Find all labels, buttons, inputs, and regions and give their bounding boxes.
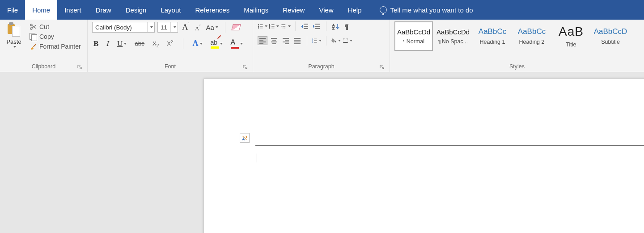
group-label-font: Font xyxy=(165,63,176,70)
strikethrough-icon: abc xyxy=(135,40,144,47)
font-size-input[interactable] xyxy=(158,22,170,32)
paste-icon xyxy=(8,22,20,37)
superscript-icon: X2 xyxy=(167,40,173,47)
clear-formatting-button[interactable] xyxy=(231,23,242,31)
subscript-icon: X2 xyxy=(153,40,159,47)
style-sample: AaB xyxy=(559,25,584,39)
style-tile-subtitle[interactable]: AaBbCcDSubtitle xyxy=(591,21,630,51)
horizontal-rule xyxy=(255,145,644,146)
paste-button[interactable]: Paste xyxy=(4,21,23,48)
group-font: Aˆ Aˇ Aa B I U abc X2 X2 A ab A Font xyxy=(88,20,253,72)
menu-bar: File Home Insert Draw Design Layout Refe… xyxy=(0,0,644,20)
justify-button[interactable] xyxy=(292,36,302,45)
format-painter-label: Format Painter xyxy=(39,43,81,50)
subscript-button[interactable]: X2 xyxy=(151,39,160,48)
ribbon: Paste Cut Copy Format Painter Clipboa xyxy=(0,20,644,72)
style-name: ¶No Spac... xyxy=(438,38,468,45)
align-center-button[interactable] xyxy=(269,36,279,45)
scissors-icon xyxy=(30,23,37,30)
align-left-button[interactable] xyxy=(258,36,267,45)
grow-font-icon: Aˆ xyxy=(182,22,190,32)
font-size-combo[interactable] xyxy=(157,22,178,33)
tab-references[interactable]: References xyxy=(188,0,237,20)
style-name: Title xyxy=(566,42,576,48)
bold-button[interactable]: B xyxy=(92,38,100,49)
line-spacing-button[interactable] xyxy=(312,36,322,45)
font-color-button[interactable]: A xyxy=(229,37,244,50)
style-tile-title[interactable]: AaBTitle xyxy=(552,21,590,51)
grow-font-button[interactable]: Aˆ xyxy=(181,21,191,33)
group-label-paragraph: Paragraph xyxy=(308,63,334,70)
style-name: Heading 1 xyxy=(480,39,505,45)
font-color-icon: A xyxy=(231,38,239,49)
style-tile-heading-2[interactable]: AaBbCcHeading 2 xyxy=(513,21,551,51)
tab-design[interactable]: Design xyxy=(119,0,154,20)
shading-button[interactable] xyxy=(331,36,341,45)
chevron-down-icon xyxy=(13,46,16,48)
tab-insert[interactable]: Insert xyxy=(57,0,89,20)
highlight-button[interactable]: ab xyxy=(209,38,224,50)
italic-button[interactable]: I xyxy=(105,38,110,49)
tab-view[interactable]: View xyxy=(312,0,340,20)
style-sample: AaBbCc xyxy=(479,27,506,36)
multilevel-list-button[interactable] xyxy=(281,22,291,31)
align-right-button[interactable] xyxy=(281,36,291,45)
decrease-indent-button[interactable] xyxy=(300,22,310,31)
font-size-dropdown[interactable] xyxy=(170,22,178,32)
svg-point-1 xyxy=(30,28,32,29)
strikethrough-button[interactable]: abc xyxy=(133,39,146,48)
group-clipboard: Paste Cut Copy Format Painter Clipboa xyxy=(0,20,88,72)
group-styles: AaBbCcDd¶NormalAaBbCcDd¶No Spac...AaBbCc… xyxy=(390,20,644,72)
font-name-combo[interactable] xyxy=(92,22,155,33)
increase-indent-button[interactable] xyxy=(312,22,322,31)
bullets-button[interactable] xyxy=(258,22,267,31)
text-effects-button[interactable]: A xyxy=(191,38,204,49)
style-sample: AaBbCcD xyxy=(594,27,627,36)
copy-button[interactable]: Copy xyxy=(28,32,83,41)
svg-point-3 xyxy=(258,26,259,27)
svg-rect-11 xyxy=(343,39,347,43)
copy-label: Copy xyxy=(39,33,54,40)
superscript-button[interactable]: X2 xyxy=(165,39,174,48)
change-case-button[interactable]: Aa xyxy=(204,23,219,32)
style-tile-normal[interactable]: AaBbCcDd¶Normal xyxy=(394,21,433,51)
cut-label: Cut xyxy=(39,23,49,30)
style-sample: AaBbCcDd xyxy=(436,28,470,36)
svg-text:3: 3 xyxy=(269,27,270,29)
tab-home[interactable]: Home xyxy=(25,0,57,20)
paragraph-launcher[interactable] xyxy=(379,64,385,70)
autocorrect-tag-icon[interactable] xyxy=(240,133,250,143)
tab-help[interactable]: Help xyxy=(341,0,369,20)
svg-point-0 xyxy=(30,24,32,26)
style-tile-no-spac-[interactable]: AaBbCcDd¶No Spac... xyxy=(434,21,472,51)
clipboard-launcher[interactable] xyxy=(76,64,83,70)
svg-text:¶: ¶ xyxy=(345,23,348,30)
tab-layout[interactable]: Layout xyxy=(153,0,188,20)
tab-mailings[interactable]: Mailings xyxy=(237,0,275,20)
tab-draw[interactable]: Draw xyxy=(89,0,119,20)
tab-review[interactable]: Review xyxy=(275,0,312,20)
numbering-button[interactable]: 123 xyxy=(269,22,279,31)
tab-file[interactable]: File xyxy=(0,0,25,20)
cut-button[interactable]: Cut xyxy=(28,22,83,31)
style-name: Heading 2 xyxy=(519,39,545,45)
paintbrush-icon xyxy=(30,43,37,50)
style-tile-heading-1[interactable]: AaBbCcHeading 1 xyxy=(473,21,512,51)
document-page[interactable] xyxy=(203,79,644,233)
font-launcher[interactable] xyxy=(242,64,248,70)
show-marks-button[interactable]: ¶ xyxy=(343,22,352,31)
bold-icon: B xyxy=(93,39,98,48)
tell-me-search[interactable]: Tell me what you want to do xyxy=(369,0,473,20)
borders-button[interactable] xyxy=(343,36,352,45)
underline-button[interactable]: U xyxy=(116,38,128,49)
lightbulb-icon xyxy=(380,6,387,13)
shrink-font-button[interactable]: Aˇ xyxy=(194,23,202,32)
tell-me-label: Tell me what you want to do xyxy=(390,6,473,14)
style-name: Subtitle xyxy=(601,39,620,45)
style-sample: AaBbCcDd xyxy=(397,28,430,36)
font-name-dropdown[interactable] xyxy=(147,22,154,32)
format-painter-button[interactable]: Format Painter xyxy=(28,42,83,51)
style-name: ¶Normal xyxy=(403,38,424,45)
sort-button[interactable]: AZ xyxy=(331,22,341,31)
font-name-input[interactable] xyxy=(93,22,147,32)
